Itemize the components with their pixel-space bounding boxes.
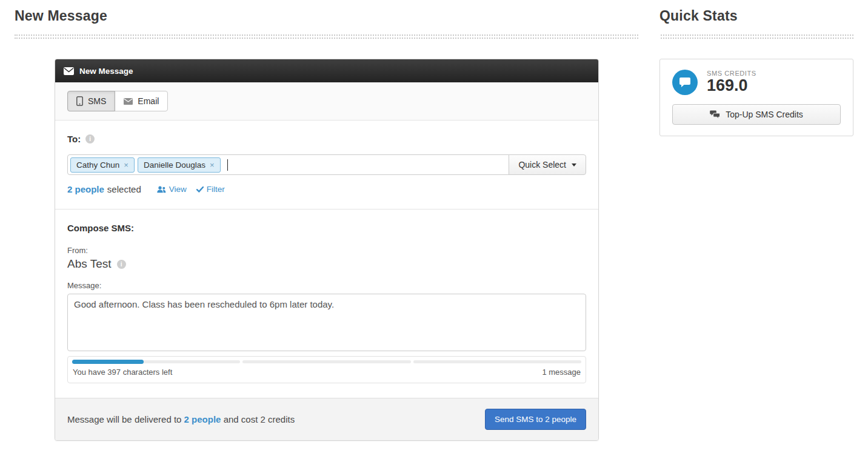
chevron-down-icon bbox=[572, 163, 576, 167]
divider bbox=[661, 35, 853, 39]
phone-icon bbox=[76, 96, 83, 106]
sms-credits-row: SMS CREDITS 169.0 bbox=[672, 70, 841, 95]
view-link[interactable]: View bbox=[157, 185, 187, 194]
selected-count: 2 people bbox=[67, 184, 104, 194]
character-stats-row: You have 397 characters left 1 message bbox=[68, 363, 586, 383]
channel-tab-band: SMS Email bbox=[55, 82, 598, 120]
recipients-input-group: Cathy Chun × Danielle Douglas × Quick Se… bbox=[67, 154, 586, 175]
filter-link[interactable]: Filter bbox=[196, 185, 225, 194]
to-label-row: To: i bbox=[67, 134, 95, 144]
topup-sms-credits-button[interactable]: Top-Up SMS Credits bbox=[672, 104, 841, 125]
sms-credits-block: SMS CREDITS 169.0 bbox=[707, 70, 756, 95]
sender-name: Abs Test bbox=[67, 257, 112, 271]
track-segment bbox=[413, 360, 581, 363]
users-icon bbox=[157, 186, 166, 193]
remove-recipient-icon[interactable]: × bbox=[124, 161, 129, 169]
from-label: From: bbox=[67, 246, 586, 255]
composer-footer: Message will be delivered to 2 people an… bbox=[55, 398, 598, 440]
sms-credits-value: 169.0 bbox=[707, 77, 756, 95]
recipients-input[interactable]: Cathy Chun × Danielle Douglas × bbox=[67, 154, 509, 175]
page: New Message Quick Stats New Message SMS bbox=[0, 0, 868, 462]
recipient-tag: Danielle Douglas × bbox=[138, 157, 221, 173]
selected-suffix: selected bbox=[107, 184, 141, 194]
envelope-icon bbox=[124, 98, 133, 105]
new-message-panel: New Message SMS Email T bbox=[55, 59, 599, 441]
tab-email-label: Email bbox=[138, 96, 159, 106]
character-progress-track bbox=[72, 360, 581, 363]
filter-link-label: Filter bbox=[207, 185, 225, 194]
quick-stats-card: SMS CREDITS 169.0 Top-Up SMS Credits bbox=[659, 59, 853, 136]
selected-links: View Filter bbox=[157, 185, 225, 194]
message-textarea[interactable]: Good afternoon. Class has been reschedul… bbox=[67, 294, 586, 351]
chat-bubbles-icon bbox=[710, 110, 720, 119]
panel-title: New Message bbox=[79, 67, 133, 76]
check-icon bbox=[196, 186, 204, 193]
info-icon[interactable]: i bbox=[85, 134, 95, 144]
to-label: To: bbox=[67, 134, 81, 144]
recipients-section: To: i Cathy Chun × Danielle Douglas × bbox=[55, 120, 598, 209]
selected-summary-row: 2 people selected View Filter bbox=[67, 184, 586, 194]
delivery-suffix: and cost 2 credits bbox=[221, 414, 295, 424]
envelope-icon bbox=[64, 67, 74, 75]
info-icon[interactable]: i bbox=[117, 260, 126, 269]
recipient-name: Cathy Chun bbox=[76, 160, 119, 170]
channel-tab-group: SMS Email bbox=[67, 91, 168, 111]
recipient-name: Danielle Douglas bbox=[144, 160, 205, 170]
compose-section: Compose SMS: From: Abs Test i Message: G… bbox=[55, 209, 598, 398]
delivery-prefix: Message will be delivered to bbox=[67, 414, 184, 424]
text-caret bbox=[227, 159, 228, 171]
quick-stats-title: Quick Stats bbox=[659, 8, 738, 24]
delivery-summary: Message will be delivered to 2 people an… bbox=[67, 414, 295, 424]
send-sms-button[interactable]: Send SMS to 2 people bbox=[485, 409, 586, 430]
panel-header: New Message bbox=[55, 59, 598, 82]
from-row: Abs Test i bbox=[67, 257, 586, 271]
chat-bubble-icon bbox=[672, 70, 698, 95]
compose-title: Compose SMS: bbox=[67, 223, 134, 233]
divider bbox=[15, 35, 638, 39]
quick-select-button[interactable]: Quick Select bbox=[509, 154, 586, 175]
tab-sms-label: SMS bbox=[88, 96, 106, 106]
view-link-label: View bbox=[169, 185, 187, 194]
tab-email[interactable]: Email bbox=[115, 91, 168, 111]
topup-button-label: Top-Up SMS Credits bbox=[726, 110, 803, 119]
recipient-tag: Cathy Chun × bbox=[70, 157, 135, 173]
characters-left-text: You have 397 characters left bbox=[73, 368, 172, 377]
tab-sms[interactable]: SMS bbox=[67, 91, 115, 111]
message-count-text: 1 message bbox=[542, 368, 581, 377]
sms-length-meter: You have 397 characters left 1 message bbox=[67, 356, 586, 383]
progress-fill bbox=[72, 360, 144, 364]
quick-select-label: Quick Select bbox=[518, 160, 566, 170]
remove-recipient-icon[interactable]: × bbox=[210, 161, 215, 169]
delivery-people-count: 2 people bbox=[184, 414, 221, 424]
page-title: New Message bbox=[15, 8, 107, 24]
track-segment bbox=[242, 360, 410, 363]
message-label: Message: bbox=[67, 281, 586, 290]
